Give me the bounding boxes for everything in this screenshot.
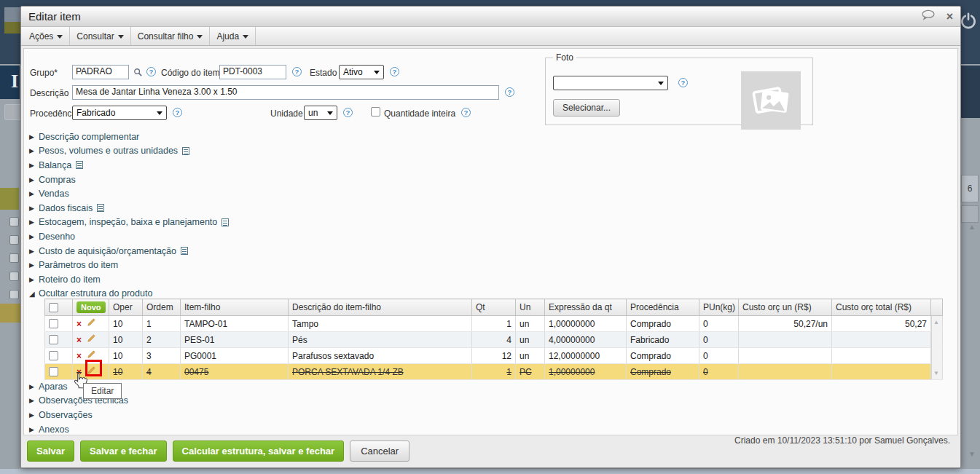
calcular-estrutura-button[interactable]: Calcular estrutura, salvar e fechar [173, 441, 345, 462]
menu-consultar-filho[interactable]: Consultar filho [131, 27, 211, 45]
background-scroll-up-icon[interactable]: ▲ [968, 223, 976, 231]
help-icon[interactable]: ? [292, 67, 302, 76]
background-scroll-down-icon[interactable]: ▼ [968, 450, 976, 458]
help-icon[interactable]: ? [343, 108, 353, 117]
section-anexos[interactable]: ▶Anexos [29, 422, 128, 435]
help-icon[interactable]: ? [461, 108, 471, 117]
chevron-right-icon: ▶ [29, 162, 39, 169]
scroll-up-icon[interactable]: ▲ [933, 319, 939, 325]
table-scrollbar[interactable]: ▲ ▼ [931, 316, 942, 379]
section-balanca[interactable]: ▶Balança [29, 158, 229, 173]
row-checkbox[interactable] [49, 319, 58, 328]
chevron-down-icon [658, 82, 664, 85]
section-custo-aquisicao[interactable]: ▶Custo de aquisição/orçamentação [29, 244, 229, 258]
chevron-right-icon: ▶ [29, 383, 39, 390]
dialog-body: Grupo* PADRAO ? Código do item PDT-0003 … [23, 48, 958, 435]
grupo-input[interactable]: PADRAO [72, 65, 129, 79]
chevron-right-icon: ▶ [29, 261, 39, 269]
quantidade-inteira-checkbox[interactable] [371, 107, 380, 116]
chevron-right-icon: ▶ [29, 147, 39, 154]
codigo-input[interactable]: PDT-0003 [219, 65, 286, 79]
form-icon [182, 147, 189, 155]
procedencia-select[interactable]: Fabricado [72, 106, 167, 120]
table-row: × 10 3 PG0001 Parafusos sextavado 12 un … [45, 348, 943, 364]
form-icon [222, 218, 229, 226]
menu-acoes[interactable]: Ações [23, 27, 70, 45]
help-icon[interactable]: ? [146, 67, 156, 76]
section-pesos-volumes[interactable]: ▶Pesos, volumes e outras unidades [29, 144, 229, 159]
salvar-e-fechar-button[interactable]: Salvar e fechar [80, 441, 167, 462]
chevron-down-icon [243, 35, 248, 39]
row-checkbox[interactable] [49, 367, 58, 376]
section-compras[interactable]: ▶Compras [29, 173, 229, 187]
help-icon[interactable]: ? [678, 78, 688, 87]
section-vendas[interactable]: ▶Vendas [29, 186, 229, 201]
chevron-down-icon [157, 111, 162, 115]
chevron-down-icon [374, 71, 380, 74]
power-icon[interactable] [959, 12, 978, 33]
edit-highlight-box [85, 360, 102, 376]
chevron-down-icon [118, 35, 124, 39]
table-row: × 10 2 PES-01 Pés 4 un 4,00000000 Fabric… [45, 332, 943, 348]
dialog-titlebar: Editar item × [21, 7, 960, 27]
background-checkbox-fragment [9, 272, 19, 281]
section-observacoes[interactable]: ▶Observações [29, 408, 128, 422]
app-logo-icon [4, 7, 20, 33]
section-parametros[interactable]: ▶Parâmetros do item [29, 258, 229, 272]
created-note: Criado em 10/11/2023 13:51:10 por Samuel… [734, 435, 950, 446]
section-estocagem[interactable]: ▶Estocagem, inspeção, baixa e planejamen… [29, 216, 229, 230]
unidade-select[interactable]: un [304, 106, 337, 120]
chevron-right-icon: ▶ [29, 133, 39, 141]
section-descricao-complementar[interactable]: ▶Descrição complementar [29, 130, 229, 144]
row-checkbox[interactable] [49, 351, 58, 360]
foto-select[interactable] [553, 76, 668, 90]
descricao-input[interactable]: Mesa de Jantar Linha Veneza 3.00 x 1.50 [72, 85, 499, 100]
dialog-footer: Salvar Salvar e fechar Calcular estrutur… [21, 435, 960, 467]
help-icon[interactable]: ? [505, 87, 514, 97]
chevron-right-icon: ▶ [29, 205, 39, 212]
delete-icon[interactable]: × [77, 336, 82, 344]
menu-ajuda[interactable]: Ajuda [210, 27, 256, 45]
background-fragment [0, 188, 19, 210]
cancelar-button[interactable]: Cancelar [350, 441, 409, 462]
delete-icon[interactable]: × [77, 352, 82, 360]
row-checkbox[interactable] [49, 335, 58, 344]
delete-icon[interactable]: × [77, 320, 82, 328]
section-desenho[interactable]: ▶Desenho [29, 229, 229, 244]
background-checkbox-fragment [9, 253, 19, 263]
section-dados-fiscais[interactable]: ▶Dados fiscais [29, 201, 229, 216]
chevron-right-icon: ▶ [29, 176, 39, 183]
chevron-right-icon: ▶ [29, 397, 39, 404]
background-bottom-strip [0, 469, 980, 474]
novo-button[interactable]: Novo [77, 301, 106, 313]
help-icon[interactable]: ? [173, 108, 182, 117]
form-icon [97, 204, 104, 212]
col-item-filho: Item-filho [181, 299, 289, 316]
procedencia-label: Procedência [30, 108, 79, 119]
search-icon[interactable] [133, 67, 143, 80]
editar-tooltip: Editar [83, 383, 122, 399]
estado-select[interactable]: Ativo [339, 65, 384, 79]
comment-bubble-icon[interactable] [920, 9, 936, 23]
selecionar-button[interactable]: Selecionar... [553, 99, 620, 116]
chevron-down-icon [197, 35, 203, 39]
close-icon[interactable]: × [946, 12, 953, 22]
col-descricao: Descrição do item-filho [289, 299, 472, 316]
col-pun: PUn(kg) [699, 299, 739, 316]
form-icon [181, 247, 188, 255]
background-highlighted-row-fragment [0, 304, 20, 323]
table-row-deleted: × 10 4 00475 PORCA SEXTAVADA 1/4 ZB 1 PC… [45, 364, 943, 380]
estado-label: Estado [310, 68, 337, 78]
background-button-fragment [4, 104, 20, 120]
col-procedencia: Procedência [627, 299, 699, 316]
help-icon[interactable]: ? [390, 67, 399, 76]
salvar-button[interactable]: Salvar [27, 441, 74, 462]
menu-consultar[interactable]: Consultar [70, 27, 130, 45]
chevron-right-icon: ▶ [29, 276, 39, 283]
section-roteiro[interactable]: ▶Roteiro do item [29, 272, 229, 287]
chevron-right-icon: ▶ [29, 426, 39, 433]
edit-pencil-icon[interactable] [86, 333, 96, 346]
scroll-down-icon[interactable]: ▼ [933, 370, 939, 376]
select-all-checkbox[interactable] [49, 303, 58, 312]
edit-pencil-icon[interactable] [86, 317, 96, 330]
